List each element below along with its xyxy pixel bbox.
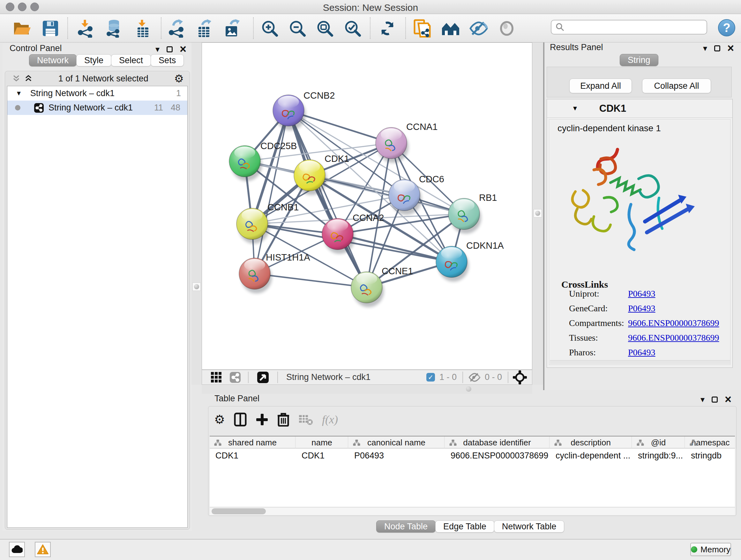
- export-network-button[interactable]: [166, 18, 186, 38]
- crosslink-link[interactable]: P06493: [628, 289, 656, 299]
- disclosure-triangle-icon[interactable]: ▼: [572, 105, 578, 112]
- column-header--id[interactable]: @id: [632, 436, 685, 449]
- tab-node-table[interactable]: Node Table: [376, 520, 435, 533]
- cell-namespac[interactable]: stringdb: [685, 449, 736, 462]
- network-overview-icon[interactable]: [229, 372, 241, 383]
- column-header-name[interactable]: name: [296, 436, 348, 449]
- network-from-selection-button[interactable]: [412, 18, 432, 38]
- close-panel-icon[interactable]: ×: [727, 43, 734, 54]
- open-session-button[interactable]: [12, 18, 32, 38]
- scrollbar-thumb[interactable]: [212, 508, 266, 514]
- network-graph[interactable]: CCNB2CCNA1CDC25BCDK1CDC6RB1CCNB1CCNA2CDK…: [202, 43, 532, 369]
- crosslink-link[interactable]: P06493: [628, 303, 656, 314]
- float-panel-icon[interactable]: ▾: [700, 395, 704, 403]
- selected-checkbox-icon[interactable]: ✓: [426, 373, 435, 381]
- maximize-panel-icon[interactable]: [714, 45, 720, 51]
- right-splitter-handle[interactable]: [534, 209, 542, 217]
- table-toolbar: ⚙ f(x): [214, 410, 741, 429]
- search-input[interactable]: [551, 20, 707, 35]
- node-ccnb1[interactable]: CCNB1: [237, 202, 299, 244]
- collapse-all-chevron-icon[interactable]: [12, 74, 20, 83]
- close-panel-icon[interactable]: ×: [180, 44, 186, 55]
- grid-view-icon[interactable]: [211, 372, 222, 383]
- zoom-out-button[interactable]: [287, 18, 307, 38]
- tab-style[interactable]: Style: [76, 54, 111, 66]
- bottom-splitter-handle[interactable]: [466, 386, 471, 392]
- help-button[interactable]: ?: [718, 19, 735, 37]
- cell-shared-name[interactable]: CDK1: [210, 449, 295, 462]
- network-row-selected[interactable]: String Network – cdk1 11 48: [7, 101, 187, 115]
- protein-description: cyclin-dependent kinase 1: [557, 123, 661, 133]
- first-neighbors-button[interactable]: [441, 18, 461, 38]
- column-header-namespac[interactable]: namespac: [685, 436, 736, 449]
- column-header-description[interactable]: description: [550, 436, 632, 449]
- gear-icon[interactable]: ⚙: [174, 72, 184, 85]
- toolbar-separator: [405, 17, 406, 39]
- export-image-button[interactable]: [222, 18, 242, 38]
- import-network-database-button[interactable]: [104, 18, 124, 38]
- left-splitter-handle[interactable]: [192, 283, 201, 291]
- tab-network-table[interactable]: Network Table: [494, 520, 564, 533]
- crosslink-label: Uniprot:: [569, 289, 599, 299]
- birdseye-toggle-icon[interactable]: [257, 371, 269, 383]
- cell-description[interactable]: cyclin-dependent ...: [550, 449, 632, 462]
- expand-all-chevron-icon[interactable]: [24, 74, 32, 83]
- network-canvas[interactable]: CCNB2CCNA1CDC25BCDK1CDC6RB1CCNB1CCNA2CDK…: [202, 43, 532, 370]
- zoom-in-button[interactable]: [260, 18, 280, 38]
- crosslink-link[interactable]: P06493: [628, 348, 656, 358]
- left-splitter[interactable]: [192, 43, 202, 385]
- tab-network[interactable]: Network: [29, 54, 77, 66]
- refresh-view-button[interactable]: [378, 18, 397, 38]
- import-network-file-button[interactable]: [76, 18, 95, 38]
- cloud-status-button[interactable]: [9, 542, 25, 557]
- tab-string[interactable]: String: [620, 54, 658, 66]
- cell-canonical-name[interactable]: P06493: [348, 449, 445, 462]
- table-settings-gear-icon[interactable]: ⚙: [214, 413, 225, 427]
- column-header-canonical-name[interactable]: canonical name: [348, 436, 445, 449]
- tab-select[interactable]: Select: [111, 54, 151, 66]
- save-session-button[interactable]: [41, 18, 60, 38]
- zoom-selected-button[interactable]: [343, 18, 362, 38]
- table-horizontal-scrollbar[interactable]: [210, 507, 735, 515]
- crosslink-link[interactable]: 9606.ENSP00000378699: [628, 333, 719, 343]
- bottom-splitter[interactable]: [202, 385, 532, 394]
- node-hist1h1a[interactable]: HIST1H1A: [239, 252, 310, 294]
- export-table-button[interactable]: [194, 18, 214, 38]
- network-collection-row[interactable]: ▼ String Network – cdk1 1: [7, 86, 187, 101]
- hidden-node-edge-counts: 0 - 0: [485, 372, 502, 382]
- crosslink-link[interactable]: 9606.ENSP00000378699: [628, 318, 719, 328]
- add-column-icon[interactable]: [256, 413, 268, 426]
- cell-name[interactable]: CDK1: [296, 449, 348, 462]
- tab-sets[interactable]: Sets: [151, 54, 184, 66]
- column-header-shared-name[interactable]: shared name: [210, 436, 295, 449]
- node-ccna1[interactable]: CCNA1: [376, 122, 437, 163]
- center-view-crosshair-icon[interactable]: [513, 370, 527, 384]
- cell--id[interactable]: stringdb:9...: [632, 449, 685, 462]
- node-cdk1[interactable]: CDK1: [294, 153, 349, 195]
- close-panel-icon[interactable]: ×: [725, 394, 731, 405]
- cell-database-identifier[interactable]: 9606.ENSP00000378699: [445, 449, 549, 462]
- import-table-file-button[interactable]: [133, 18, 152, 38]
- float-panel-icon[interactable]: ▾: [155, 45, 159, 53]
- hide-selection-button[interactable]: [469, 18, 488, 38]
- float-panel-icon[interactable]: ▾: [703, 44, 707, 52]
- node-rb1[interactable]: RB1: [448, 192, 497, 234]
- maximize-panel-icon[interactable]: [712, 396, 718, 402]
- node-cdkn1a[interactable]: CDKN1A: [436, 240, 504, 282]
- disclosure-triangle-icon[interactable]: ▼: [16, 90, 22, 97]
- node-cdc6[interactable]: CDC6: [389, 174, 444, 215]
- card-horizontal-scrollbar[interactable]: [550, 360, 730, 364]
- column-header-database-identifier[interactable]: database identifier: [445, 436, 549, 449]
- expand-all-button[interactable]: Expand All: [569, 78, 632, 93]
- zoom-fit-button[interactable]: [315, 18, 335, 38]
- maximize-panel-icon[interactable]: [166, 46, 173, 52]
- tab-edge-table[interactable]: Edge Table: [435, 520, 494, 533]
- show-columns-icon[interactable]: [234, 413, 247, 427]
- delete-column-trash-icon[interactable]: [277, 413, 289, 427]
- right-splitter[interactable]: [532, 43, 543, 385]
- memory-button[interactable]: Memory: [690, 543, 731, 556]
- protein-card-header[interactable]: ▼ CDK1: [547, 99, 732, 118]
- show-all-button[interactable]: [497, 18, 517, 38]
- warnings-button[interactable]: [35, 542, 51, 557]
- collapse-all-button[interactable]: Collapse All: [642, 78, 711, 93]
